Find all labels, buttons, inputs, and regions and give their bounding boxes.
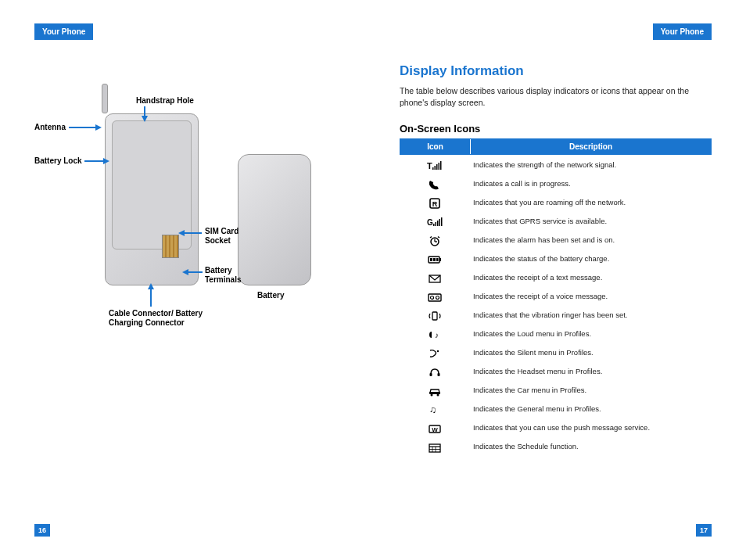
svg-point-27 [436, 296, 439, 299]
svg-rect-21 [430, 258, 432, 261]
arrow-sim [183, 232, 202, 234]
silent-icon [400, 346, 470, 358]
arrow-head-handstrap [142, 116, 148, 122]
callout-antenna: Antenna [34, 123, 66, 132]
voice-icon [400, 289, 470, 302]
callout-battery-lock: Battery Lock [34, 156, 82, 166]
page-left: Your Phone Battery Antenna Handstrap Hol… [0, 0, 373, 560]
icon-description: Indicates the receipt of a text message. [470, 271, 712, 284]
headset-icon [400, 364, 470, 377]
icon-description: Indicates the alarm has been set and is … [470, 233, 712, 246]
svg-text:♪: ♪ [435, 331, 439, 339]
svg-rect-32 [438, 373, 440, 376]
svg-rect-12 [439, 219, 441, 226]
svg-point-35 [437, 393, 439, 396]
svg-rect-33 [429, 392, 440, 394]
svg-line-17 [430, 236, 432, 238]
header-tab-left: Your Phone [34, 23, 93, 40]
table-row: Indicates the Headset menu in Profiles. [400, 361, 712, 380]
battery-label: Battery [257, 291, 284, 300]
page-right: Your Phone Display Information The table… [373, 0, 746, 560]
battery-icon [400, 252, 470, 264]
svg-rect-10 [436, 222, 437, 226]
svg-rect-13 [441, 217, 443, 226]
svg-line-18 [438, 236, 439, 238]
arrow-cable [150, 288, 152, 307]
svg-point-30 [437, 350, 439, 351]
svg-rect-1 [432, 167, 434, 170]
icon-description: Indicates the Headset menu in Profiles. [470, 364, 712, 378]
icon-description: Indicates that you are roaming off the n… [470, 196, 712, 209]
icon-description: Indicates the Schedule function. [470, 440, 712, 453]
vibrate-icon [400, 308, 470, 321]
table-row: Indicates the Car menu in Profiles. [400, 380, 712, 399]
svg-rect-39 [429, 444, 440, 452]
callout-handstrap: Handstrap Hole [136, 96, 194, 106]
arrow-head-sim [178, 230, 185, 236]
loud-icon: ♪ [400, 327, 470, 339]
sim-slot-shape [162, 235, 179, 258]
svg-rect-3 [436, 164, 438, 170]
icon-description: Indicates the status of the battery char… [470, 252, 712, 265]
svg-rect-9 [433, 224, 435, 226]
icon-description: Indicates the Silent menu in Profiles. [470, 346, 712, 359]
call-icon [400, 177, 470, 189]
section-title: Display Information [400, 63, 712, 79]
svg-rect-31 [430, 373, 432, 376]
icon-description: Indicates the strength of the network si… [470, 158, 712, 171]
arrow-terminals [187, 271, 203, 273]
svg-rect-20 [439, 258, 441, 261]
callout-cable: Cable Connector/ Battery Charging Connec… [109, 309, 234, 328]
arrow-head-antenna [95, 124, 102, 131]
table-row: Indicates the alarm has been set and is … [400, 230, 712, 249]
roam-icon: R [400, 196, 470, 208]
icon-description: Indicates the receipt of a voice message… [470, 289, 712, 303]
svg-rect-2 [435, 166, 436, 170]
arrow-head-cable [148, 283, 154, 289]
phone-antenna-shape [102, 84, 108, 113]
arrow-antenna [69, 127, 97, 128]
signal-icon: T [400, 158, 470, 171]
svg-text:T: T [427, 161, 432, 171]
arrow-battery-lock [84, 160, 105, 162]
page-number-left: 16 [34, 524, 50, 537]
subsection-title: On-Screen Icons [400, 123, 712, 135]
phone-diagram: Battery Antenna Handstrap Hole Battery L… [34, 90, 339, 356]
svg-rect-11 [437, 221, 439, 226]
table-row: Indicates the receipt of a voice message… [400, 286, 712, 305]
phone-body-shape [105, 113, 199, 285]
svg-rect-28 [432, 312, 437, 320]
icon-description: Indicates a call is in progress. [470, 177, 712, 190]
table-row: ♫Indicates the General menu in Profiles. [400, 399, 712, 418]
alarm-icon [400, 233, 470, 246]
intro-text: The table below describes various displa… [400, 85, 712, 109]
svg-rect-5 [440, 161, 442, 170]
th-desc: Description [471, 139, 711, 154]
table-row: Indicates the Silent menu in Profiles. [400, 343, 712, 361]
table-row: TIndicates the strength of the network s… [400, 155, 712, 174]
svg-point-26 [431, 296, 434, 299]
icon-description: Indicates that the vibration ringer has … [470, 308, 712, 321]
table-row: Indicates a call is in progress. [400, 174, 712, 192]
table-row: RIndicates that you are roaming off the … [400, 192, 712, 211]
page-number-right: 17 [696, 524, 712, 537]
table-row: ♪Indicates the Loud menu in Profiles. [400, 324, 712, 343]
arrow-head-battery-lock [103, 158, 109, 164]
general-icon: ♫ [400, 402, 470, 415]
callout-terminals: Battery Terminals [205, 266, 260, 285]
callout-sim: SIM Card Socket [205, 227, 252, 246]
gprs-icon: G [400, 214, 470, 227]
table-header: Icon Description [400, 138, 712, 155]
car-icon [400, 383, 470, 396]
icon-description: Indicates that GPRS service is available… [470, 214, 712, 228]
icon-description: Indicates the Loud menu in Profiles. [470, 327, 712, 340]
header-tab-right: Your Phone [653, 23, 712, 40]
svg-text:♫: ♫ [429, 404, 436, 415]
icon-description: Indicates that you can use the push mess… [470, 421, 712, 434]
th-icon: Icon [400, 139, 471, 154]
table-row: Indicates the Schedule function. [400, 436, 712, 455]
arrow-head-terminals [182, 269, 188, 275]
schedule-icon [400, 440, 470, 452]
table-row: Indicates the receipt of a text message. [400, 267, 712, 286]
table-row: GIndicates that GPRS service is availabl… [400, 211, 712, 230]
